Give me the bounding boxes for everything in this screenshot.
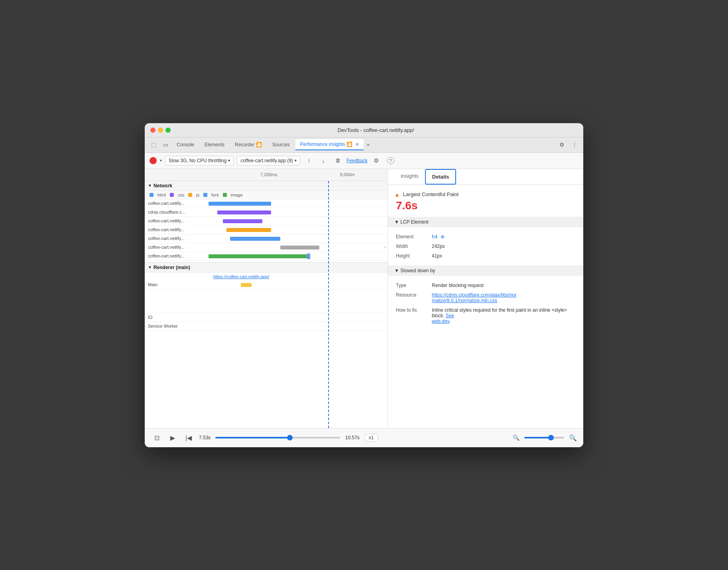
minimize-button[interactable]	[158, 128, 163, 133]
close-button[interactable]	[150, 128, 155, 133]
renderer-link[interactable]: https://coffee-cart.netlify.app/	[209, 273, 388, 281]
legend-css-dot	[170, 193, 174, 197]
element-tag: h4	[432, 234, 437, 240]
feedback-link[interactable]: Feedback	[346, 158, 368, 163]
network-row[interactable]: cdnjs.cloudflare.c...	[145, 208, 388, 217]
throttle-select[interactable]: Slow 3G, No CPU throttling ▾	[165, 156, 234, 165]
cursor-icon[interactable]: ⬚	[148, 139, 159, 150]
renderer-row-empty-1	[145, 289, 388, 313]
throttle-arrow-icon: ▾	[228, 158, 230, 163]
ruler-labels: 7,200ms 8,000m ▲ LCP	[252, 169, 388, 181]
type-label: Type	[394, 281, 430, 290]
timeline-ruler: 7,200ms 8,000m ▲ LCP	[145, 169, 388, 181]
maximize-button[interactable]	[165, 128, 171, 133]
bar-image	[209, 254, 307, 258]
renderer-bar-area-io	[209, 313, 388, 322]
play-button[interactable]: ▶	[167, 432, 178, 443]
lcp-title: Largest Contentful Paint	[403, 191, 458, 197]
network-row[interactable]: coffee-cart.netlify... ›	[145, 243, 388, 252]
bar-yellow-main	[241, 283, 252, 287]
title-bar: DevTools - coffee-cart.netlify.app/	[145, 123, 583, 138]
ruler-label-7200: 7,200ms	[260, 172, 277, 177]
legend-html-label: html	[157, 193, 166, 197]
renderer-section-label: Renderer (main)	[153, 265, 190, 270]
tab-recorder[interactable]: Recorder 🎦	[230, 140, 267, 150]
type-value: Render blocking request	[430, 281, 577, 290]
tab-bar: ⬚ ▭ Console Elements Recorder 🎦 Sources …	[145, 138, 583, 153]
bar-gray	[280, 246, 320, 250]
download-icon: ↓	[322, 157, 325, 164]
rewind-icon: |◀	[185, 434, 192, 442]
resource-row: Resource https://cdnjs.cloudflare.com/aj…	[394, 290, 577, 305]
how-to-fix-value: Inline critical styles required for the …	[430, 305, 577, 326]
network-row-label: coffee-cart.netlify...	[145, 201, 209, 206]
network-row-bar-area	[209, 199, 388, 208]
lcp-value: 7.6s	[394, 199, 577, 212]
zoom-slider[interactable]	[524, 437, 564, 438]
play-icon: ▶	[170, 434, 175, 442]
help-button[interactable]: ?	[385, 155, 396, 166]
tab-close-icon[interactable]: ✕	[355, 142, 359, 147]
record-button[interactable]	[150, 157, 157, 164]
bar-css-2	[223, 219, 262, 223]
settings-button[interactable]: ⚙	[371, 155, 382, 166]
tab-console[interactable]: Console	[172, 140, 199, 150]
download-button[interactable]: ↓	[318, 155, 329, 166]
slowed-down-table: Type Render blocking request Resource ht…	[394, 281, 577, 326]
bar-font	[230, 237, 280, 241]
more-options-icon[interactable]: ⋮	[569, 139, 580, 150]
url-arrow-icon: ▾	[295, 158, 297, 163]
element-label: Element	[394, 232, 430, 242]
delete-button[interactable]: 🗑	[332, 155, 343, 166]
bar-css	[217, 210, 271, 214]
chevron-right-icon[interactable]: ›	[384, 244, 386, 250]
lcp-element-table: Element h4 ⊕ Width 242px Height 41px	[394, 232, 577, 261]
record-dropdown[interactable]: ▾	[160, 158, 162, 163]
element-row: Element h4 ⊕	[394, 232, 577, 242]
renderer-collapse-arrow[interactable]: ▼	[148, 265, 152, 269]
renderer-bar-area-main	[209, 281, 388, 289]
url-select[interactable]: coffee-cart.netlify.app (9) ▾	[237, 156, 300, 165]
zoom-in-icon[interactable]: 🔍	[569, 434, 577, 442]
tab-sources[interactable]: Sources	[268, 140, 295, 150]
screenshot-button[interactable]: ⊡	[151, 432, 162, 443]
time-start: 7.53s	[199, 435, 211, 440]
legend-image-label: image	[231, 193, 243, 197]
time-end: 10.57s	[345, 435, 360, 440]
upload-icon: ↑	[307, 157, 311, 164]
tab-elements[interactable]: Elements	[200, 140, 229, 150]
renderer-row-label-main: Main	[145, 282, 209, 287]
network-row-label: cdnjs.cloudflare.c...	[145, 210, 209, 214]
slowed-down-label: ▼ Slowed down by	[394, 268, 435, 273]
node-inspect-icon[interactable]: ⊕	[441, 234, 445, 240]
network-row[interactable]: coffee-cart.netlify...	[145, 226, 388, 234]
tab-performance-insights[interactable]: Performance insights 🎦 ✕	[295, 139, 364, 150]
toolbar: ▾ Slow 3G, No CPU throttling ▾ coffee-ca…	[145, 153, 583, 169]
bar-js	[226, 228, 271, 232]
bar-html	[209, 202, 271, 206]
insights-content: ▲ Largest Contentful Paint 7.6s ▼ LCP El…	[388, 185, 583, 332]
tab-details[interactable]: Details	[425, 169, 456, 185]
network-row[interactable]: coffee-cart.netlify...	[145, 234, 388, 243]
right-panel-tabs: Insights Details	[388, 169, 583, 185]
zoom-out-icon[interactable]: 🔍	[513, 434, 519, 441]
tab-insights[interactable]: Insights	[394, 169, 425, 185]
speed-badge[interactable]: x1	[364, 434, 378, 442]
settings-tab-icon[interactable]: ⚙	[556, 139, 567, 150]
time-slider[interactable]	[215, 437, 340, 438]
network-collapse-arrow[interactable]: ▼	[148, 183, 152, 188]
network-row-bar-area	[209, 252, 388, 260]
network-row[interactable]: coffee-cart.netlify...	[145, 199, 388, 208]
device-icon[interactable]: ▭	[160, 139, 171, 150]
lcp-title-row: ▲ Largest Contentful Paint	[394, 191, 577, 198]
tab-more-button[interactable]: »	[364, 140, 372, 149]
network-row[interactable]: coffee-cart.netlify...	[145, 217, 388, 226]
resource-link[interactable]: https://cdnjs.cloudflare.com/ajax/libs/n…	[432, 292, 517, 303]
upload-button[interactable]: ↑	[303, 155, 315, 166]
network-row-bar-area	[209, 226, 388, 234]
rewind-button[interactable]: |◀	[183, 432, 194, 443]
legend-font-dot	[203, 193, 207, 197]
network-row[interactable]: coffee-cart.netlify...	[145, 252, 388, 261]
timeline-rows: ▼ Network html css js font image	[145, 181, 388, 428]
tab-bar-right: ⚙ ⋮	[556, 139, 580, 150]
